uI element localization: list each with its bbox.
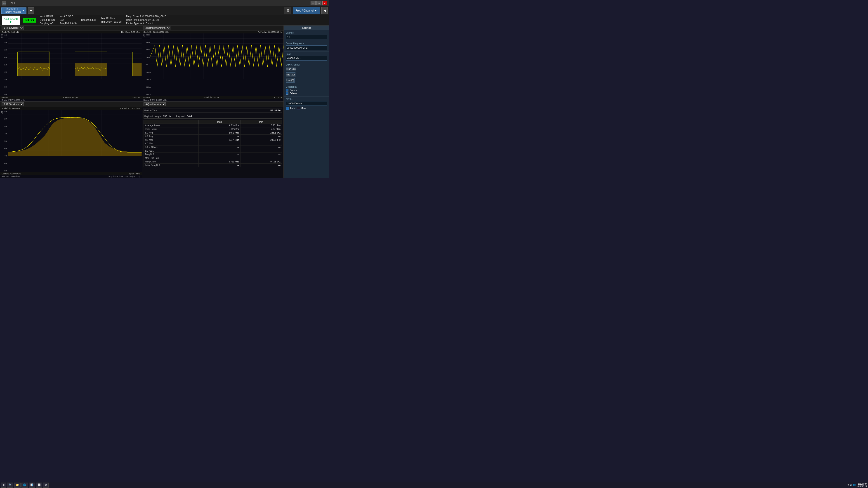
inputz-label: Input Z: 50 Ω	[60, 15, 76, 18]
sidebar-tabs: Settings	[284, 25, 329, 30]
panel1-scale-info: Scale/Div 10.0 dB Ref Value 0.00 dBm	[0, 31, 142, 33]
minimize-button[interactable]: ─	[311, 1, 315, 5]
app-icon-text: TRX	[2, 2, 6, 4]
trig-delay-label: Trig Delay: -20.0 µs	[101, 20, 121, 24]
panel3-x-start: Center 2.422000 GHz	[2, 173, 22, 175]
metric-min-cell: ---	[240, 149, 282, 153]
instrument-label: Bluetooth 1 Transmit Analysis	[3, 8, 21, 13]
pass-badge: PASS	[23, 18, 36, 23]
metric-label-cell: Average Power	[144, 124, 199, 127]
panel-rf-envelope: 1 RF Envelope Scale/Div 10.0 dB Ref Valu…	[0, 25, 142, 102]
gear-button[interactable]: ⚙	[284, 7, 291, 14]
auto-item: Auto	[286, 107, 295, 110]
panel1-x-end: 3.000 ms	[132, 96, 140, 98]
panel3-x-end: Span 4 MHz	[129, 173, 141, 175]
col-header-max: Max	[199, 120, 240, 124]
panel4-content: Packet Type LE 1M Ref Payload Length 256…	[142, 107, 284, 178]
metric-label-cell: Max Drift Rate	[144, 156, 199, 160]
main-content: 1 RF Envelope Scale/Div 10.0 dB Ref Valu…	[0, 25, 329, 178]
auto-checkbox[interactable]	[286, 107, 289, 110]
dropdown-arrow-icon: ▼	[22, 9, 24, 12]
panel3-body: Log -10 -20 -30 -40 -50 -60 -70 -80 -90	[0, 110, 142, 172]
freq-channel-button[interactable]: Freq / Channel ▼	[293, 7, 320, 14]
instrument-dropdown[interactable]: Bluetooth 1 Transmit Analysis ▼	[1, 7, 26, 14]
metric-min-cell: -9.721 kHz	[240, 160, 282, 164]
man-checkbox[interactable]	[297, 107, 300, 110]
panel2-dropdown[interactable]: 2 Demod Waveform	[144, 26, 170, 30]
table-row: Freq Drift------	[144, 153, 282, 156]
close-button[interactable]: ✕	[322, 1, 327, 5]
panel3-header: 3 RF Spectrum	[0, 102, 142, 107]
info-bar: KEYSIGHT ▶ PASS Input: RFIO1 Output: RFI…	[0, 15, 329, 25]
payload-info-row: Payload Length 256 bits Payload 0x0F	[144, 114, 282, 119]
metric-max-cell: 246.1 kHz	[199, 131, 240, 135]
svg-marker-55	[8, 118, 142, 156]
panel2-scale-div: Scale/Div 100.000000 kHz	[144, 31, 169, 33]
metric-label-cell: Δf2 Max	[144, 142, 199, 145]
panel1-ref-value: Ref Value 0.00 dBm	[121, 31, 140, 33]
geography-section: Geography France Others	[284, 84, 329, 97]
metric-max-cell: -9.721 kHz	[199, 160, 240, 164]
panel-rf-spectrum: 3 RF Spectrum Scale/Div 10.00 dB Ref Val…	[0, 102, 142, 178]
panel1-scale-div: Scale/Div 10.0 dB	[2, 31, 19, 33]
table-row: Peak Power7.82 dBm7.82 dBm	[144, 127, 282, 131]
freq-channel-arrow-icon: ▼	[314, 9, 317, 12]
panel3-log-label: Log	[1, 111, 3, 114]
span-value: 4.0000 MHz	[286, 56, 327, 61]
low-button[interactable]: Low (0)	[286, 78, 294, 83]
others-checkbox[interactable]	[286, 92, 288, 95]
panel2-scale-info: Scale/Div 100.000000 kHz Ref Value 0.000…	[142, 31, 284, 33]
trig-info-group: Trig: RF Burst Trig Delay: -20.0 µs	[101, 17, 121, 24]
metric-min-cell: ---	[240, 156, 282, 160]
lmh-label: LMH Channel	[286, 64, 327, 66]
panel4-dropdown[interactable]: 4 Quad Metrics	[144, 102, 166, 106]
france-checkbox[interactable]	[286, 89, 288, 92]
others-item: Others	[286, 92, 327, 95]
metric-max-cell: ---	[199, 145, 240, 149]
panel2-lin-label: Lin	[143, 34, 145, 37]
app-icon: TRX	[2, 1, 6, 5]
toolbar-right: ⚙ Freq / Channel ▼ ◀	[284, 7, 328, 14]
metric-max-cell: ---	[199, 149, 240, 153]
panel3-footer: Center 2.422000 GHz Span 4 MHz	[0, 172, 142, 175]
panel3-dropdown[interactable]: 3 RF Spectrum	[2, 102, 24, 106]
man-item: Man	[297, 107, 306, 110]
span-label: Span	[286, 53, 327, 55]
settings-arrow-button[interactable]: ◀	[321, 7, 328, 14]
panel3-ref-value: Ref Value 0.000 dBm	[120, 107, 141, 109]
mid-button[interactable]: Mid (20)	[286, 72, 296, 77]
payload-label: Payload	[176, 115, 184, 118]
keysight-logo: KEYSIGHT ▶	[2, 15, 20, 25]
metric-min-cell: ---	[240, 135, 282, 138]
panel2-ifbw: Digital IF BW 4.0000 MHz	[142, 99, 284, 101]
panel1-x-start: 0.000 s	[2, 96, 8, 98]
table-row: Average Power6.73 dBm6.73 dBm	[144, 124, 282, 127]
metric-label-cell: Peak Power	[144, 127, 199, 131]
right-sidebar: Settings Channel 10 Center Frequency 2.4…	[284, 25, 329, 178]
metric-min-cell: 7.82 dBm	[240, 127, 282, 131]
top-toolbar: Bluetooth 1 Transmit Analysis ▼ + ⚙ Freq…	[0, 6, 329, 15]
panel1-dropdown[interactable]: 1 RF Envelope	[2, 26, 24, 30]
table-row: Initial Freq Drift------	[144, 164, 282, 167]
high-button[interactable]: High (39)	[286, 67, 296, 71]
play-icon: ▶	[10, 21, 12, 23]
table-row: Δf2 Avg------	[144, 135, 282, 138]
col-header-min: Min	[240, 120, 282, 124]
panel2-x-start: 0.000 s	[144, 96, 150, 98]
geography-label: Geography	[286, 86, 327, 88]
panel4-header: 4 Quad Metrics	[142, 102, 284, 107]
tab-settings[interactable]: Settings	[284, 25, 329, 30]
metric-max-cell: ---	[199, 164, 240, 167]
range-label: Range: 8 dBm	[81, 18, 96, 22]
metric-min-cell: 6.73 dBm	[240, 124, 282, 127]
keysight-logo-text: KEYSIGHT	[4, 17, 19, 21]
add-instrument-button[interactable]: +	[28, 7, 34, 14]
metric-max-cell: ---	[199, 142, 240, 145]
maximize-button[interactable]: □	[316, 1, 321, 5]
freq-channel-label: Freq / Channel	[296, 9, 313, 12]
metric-min-cell: ---	[240, 164, 282, 167]
panel1-ifbw: Digital IF BW 4.0000 MHz	[0, 99, 142, 101]
panel2-x-end: 336.000 µs	[272, 96, 282, 98]
payload-value: 0x0F	[187, 115, 192, 118]
window-controls: ─ □ ✕	[311, 1, 327, 5]
